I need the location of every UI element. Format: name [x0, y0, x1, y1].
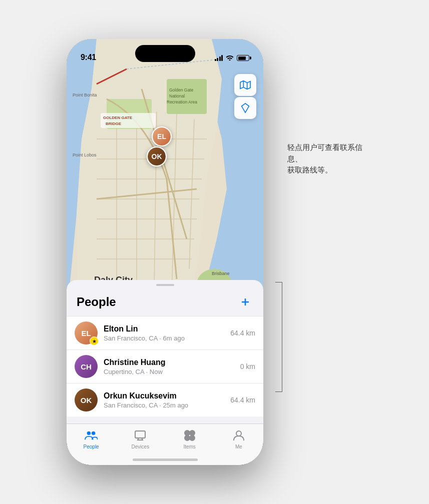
tab-items[interactable]: Items	[165, 428, 214, 450]
svg-point-36	[87, 432, 91, 435]
signal-icon	[215, 55, 223, 61]
person-name: Orkun Kucuksevim	[104, 391, 230, 400]
svg-text:BRIDGE: BRIDGE	[106, 122, 122, 126]
person-location: San Francisco, CA · 6m ago	[104, 334, 230, 342]
svg-text:Point Bonita: Point Bonita	[73, 92, 97, 98]
annotation: 轻点用户可查看联系信息、 获取路线等。	[275, 112, 362, 392]
tab-me[interactable]: Me	[214, 428, 263, 450]
svg-text:GOLDEN GATE: GOLDEN GATE	[103, 116, 133, 120]
map-pin-orkun[interactable]: OK	[147, 146, 167, 166]
svg-point-42	[185, 430, 190, 436]
svg-point-37	[92, 432, 95, 435]
home-indicator	[133, 458, 198, 461]
svg-point-46	[236, 431, 241, 436]
map-area[interactable]: GOLDEN GATE BRIDGE Point Bonita Point Lo…	[67, 39, 263, 319]
tab-label-devices: Devices	[132, 444, 150, 450]
person-location: Cupertino, CA · Now	[104, 368, 240, 376]
person-item-christine[interactable]: CH Christine Huang Cupertino, CA · Now 0…	[67, 350, 263, 384]
status-time: 9:41	[81, 53, 96, 62]
dynamic-island	[135, 45, 195, 62]
location-button[interactable]	[234, 97, 256, 119]
person-distance: 64.4 km	[230, 396, 255, 404]
svg-text:Point Lobos: Point Lobos	[73, 152, 97, 158]
phone-frame: 9:41	[67, 39, 263, 465]
bottom-sheet: People EL ★	[67, 280, 263, 465]
scene: 9:41	[67, 39, 362, 465]
star-badge: ★	[90, 336, 99, 346]
svg-text:Golden Gate: Golden Gate	[169, 88, 193, 92]
me-tab-icon	[232, 429, 245, 442]
people-title: People	[77, 295, 116, 309]
map-pin-elton[interactable]: EL	[152, 126, 172, 146]
svg-point-44	[185, 436, 190, 440]
tab-label-people: People	[84, 444, 99, 450]
avatar-elton: EL ★	[75, 322, 98, 344]
avatar-orkun: OK	[75, 388, 98, 412]
svg-text:National: National	[169, 94, 185, 98]
devices-tab-icon	[134, 429, 147, 442]
person-location: San Francisco, CA · 25m ago	[104, 402, 230, 409]
tab-label-items: Items	[183, 444, 195, 450]
person-distance: 64.4 km	[230, 329, 255, 337]
person-item-orkun[interactable]: OK Orkun Kucuksevim San Francisco, CA · …	[67, 384, 263, 416]
phone-screen: 9:41	[67, 39, 263, 465]
battery-icon	[237, 55, 249, 61]
person-item-elton[interactable]: EL ★ Elton Lin San Francisco, CA · 6m ag…	[67, 316, 263, 350]
add-person-button[interactable]	[237, 294, 253, 310]
annotation-text: 轻点用户可查看联系信息、 获取路线等。	[282, 142, 362, 176]
avatar-christine: CH	[75, 355, 98, 378]
svg-rect-38	[135, 431, 145, 438]
svg-point-43	[190, 430, 195, 436]
tab-people[interactable]: People	[67, 428, 116, 450]
svg-text:Brisbane: Brisbane	[212, 271, 230, 276]
person-name: Elton Lin	[104, 324, 230, 334]
person-info-christine: Christine Huang Cupertino, CA · Now	[104, 358, 240, 376]
section-header: People	[67, 286, 263, 316]
map-view-button[interactable]	[234, 74, 256, 96]
person-info-orkun: Orkun Kucuksevim San Francisco, CA · 25m…	[104, 391, 230, 409]
items-tab-icon	[183, 429, 196, 442]
person-name: Christine Huang	[104, 358, 240, 367]
person-info-elton: Elton Lin San Francisco, CA · 6m ago	[104, 324, 230, 342]
map-controls	[234, 74, 256, 119]
wifi-icon	[226, 54, 234, 62]
tab-label-me: Me	[235, 444, 242, 450]
svg-point-45	[190, 436, 195, 440]
people-tab-icon	[85, 429, 98, 442]
svg-text:Recreation Area: Recreation Area	[167, 100, 197, 104]
status-icons	[215, 54, 250, 62]
person-distance: 0 km	[240, 362, 255, 370]
tab-devices[interactable]: Devices	[116, 428, 165, 450]
